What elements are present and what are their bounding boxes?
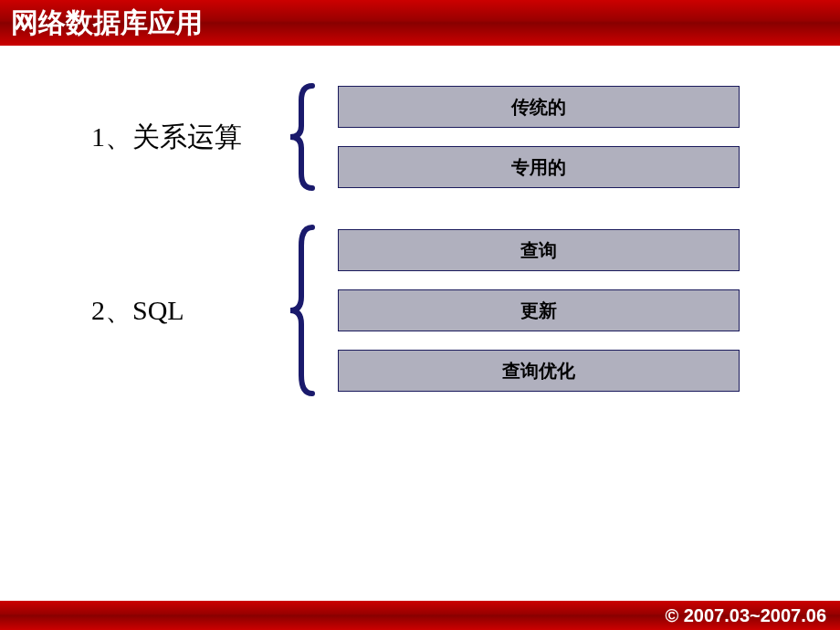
section-2-label: 2、SQL: [46, 292, 283, 330]
slide-title: 网络数据库应用: [11, 5, 203, 42]
brace-icon: [283, 82, 320, 192]
section-2-boxes: 查询 更新 查询优化: [338, 229, 740, 392]
section-1: 1、关系运算 传统的 专用的: [46, 82, 794, 192]
slide-content: 1、关系运算 传统的 专用的 2、SQL 查询 更新 查询优化: [0, 46, 840, 466]
section-2: 2、SQL 查询 更新 查询优化: [46, 224, 794, 397]
box-update: 更新: [338, 289, 740, 331]
box-traditional: 传统的: [338, 86, 740, 128]
section-1-boxes: 传统的 专用的: [338, 86, 740, 188]
brace-icon: [283, 224, 320, 397]
box-query: 查询: [338, 229, 740, 271]
slide-header: 网络数据库应用: [0, 0, 840, 46]
slide-footer: © 2007.03~2007.06: [0, 601, 840, 630]
section-1-label: 1、关系运算: [46, 119, 283, 156]
box-special: 专用的: [338, 146, 740, 188]
box-query-optimization: 查询优化: [338, 350, 740, 392]
footer-date: © 2007.03~2007.06: [665, 605, 826, 626]
